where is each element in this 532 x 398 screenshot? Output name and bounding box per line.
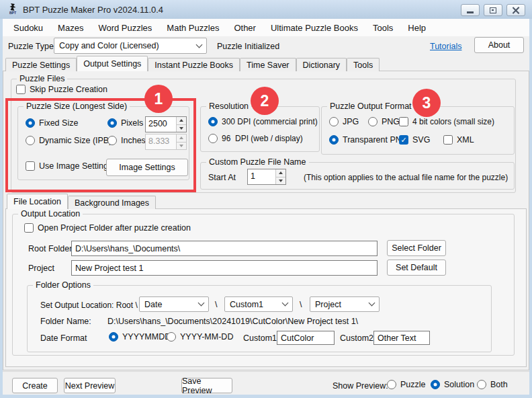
save-preview-button[interactable]: Save Preview [181,378,232,393]
pixels-radio[interactable] [107,118,117,128]
menu-item-help[interactable]: Help [400,20,433,36]
tutorials-link[interactable]: Tutorials [430,42,461,51]
yyyy-mm-dd-radio[interactable] [167,332,176,342]
tab-output-settings[interactable]: Output Settings [77,56,148,71]
svg-checkbox[interactable] [399,135,408,145]
inches-label: Inches [121,136,146,145]
yyyymmdd-option[interactable]: YYYYMMDD [109,332,171,342]
folder-level3-combobox[interactable]: Project [310,296,380,312]
open-project-folder-row[interactable]: Open Project Folder after puzzle creatio… [24,223,191,233]
preview-both-option[interactable]: Both [477,380,508,389]
jpg-radio[interactable] [329,117,339,126]
preview-both-radio[interactable] [477,380,486,389]
show-preview-label: Show Preview: [332,381,388,391]
tab-tools[interactable]: Tools [347,58,380,71]
pixels-spin-up[interactable] [177,117,186,124]
about-button[interactable]: About [474,37,524,53]
pixels-spin-down[interactable] [177,124,186,132]
fixed-size-radio[interactable] [26,118,35,128]
yyyy-mm-dd-option[interactable]: YYYY-MM-DD [167,332,233,342]
tab-puzzle-settings[interactable]: Puzzle Settings [5,58,77,71]
close-icon [512,6,520,14]
open-project-folder-checkbox[interactable] [24,223,34,233]
select-folder-button[interactable]: Select Folder [387,240,446,256]
xml-checkbox[interactable] [443,135,453,145]
menu-item-other[interactable]: Other [226,20,263,36]
maximize-button[interactable] [484,4,502,16]
transparent-png-option[interactable]: Transparent PNG [329,135,408,145]
close-button[interactable] [506,4,525,16]
tab-file-location[interactable]: File Location [7,194,68,209]
four-bit-colors-checkbox[interactable] [399,117,408,126]
output-format-group: Puzzle Output Format [321,106,515,155]
pixels-value: 2500 [146,117,176,132]
custom2-input[interactable] [373,331,430,345]
menu-item-word-puzzles[interactable]: Word Puzzles [91,20,159,36]
inches-option[interactable]: Inches [107,136,146,145]
menu-item-mazes[interactable]: Mazes [50,20,91,36]
dpi-300-radio[interactable] [208,117,218,126]
preview-puzzle-radio[interactable] [387,380,396,389]
xml-row[interactable]: XML [443,135,474,145]
tab-dictionary[interactable]: Dictionary [296,58,347,71]
folder-level1-combobox[interactable]: Date [139,296,209,312]
png-option[interactable]: PNG [368,117,400,126]
tab-instant-puzzle-books[interactable]: Instant Puzzle Books [148,58,240,71]
dynamic-size-label: Dynamic Size (IPB) [39,136,112,145]
create-button[interactable]: Create [12,378,58,393]
inches-radio[interactable] [107,136,117,145]
dynamic-size-radio[interactable] [26,136,35,145]
next-preview-button[interactable]: Next Preview [64,378,116,393]
dpi-300-option[interactable]: 300 DPI (commercial print) [208,117,318,126]
set-default-button[interactable]: Set Default [387,260,446,276]
dpi-96-radio[interactable] [208,134,218,143]
jpg-option[interactable]: JPG [329,117,359,126]
minimize-button[interactable] [461,4,480,16]
preview-puzzle-option[interactable]: Puzzle [387,380,426,389]
folder-level1-value: Date [144,300,162,309]
transparent-png-radio[interactable] [329,135,339,145]
skip-puzzle-creation-row[interactable]: Skip Puzzle Creation [16,85,107,94]
menu-item-ultimate-puzzle-books[interactable]: Ultimate Puzzle Books [263,20,365,36]
menu-item-math-puzzles[interactable]: Math Puzzles [159,20,226,36]
yyyymmdd-radio[interactable] [109,332,118,342]
dpi-96-option[interactable]: 96 DPI (web / display) [208,134,303,143]
use-image-settings-checkbox[interactable] [26,161,35,171]
dynamic-size-option[interactable]: Dynamic Size (IPB) [26,136,112,145]
custom2-label: Custom2: [340,333,376,343]
project-input[interactable] [71,260,378,276]
file-tab-strip: File Location Background Images [7,194,156,209]
png-radio[interactable] [368,117,378,126]
image-settings-button[interactable]: Image Settings [106,159,188,176]
start-at-spinner[interactable]: 1 [247,169,286,185]
four-bit-colors-row[interactable]: 4 bit colors (small size) [399,117,494,126]
skip-puzzle-creation-checkbox[interactable] [16,85,26,94]
puzzle-type-combobox[interactable]: Copy and Color (Licensed) [54,38,207,54]
pixels-option[interactable]: Pixels [107,118,143,128]
folder-level2-combobox[interactable]: Custom1 [224,296,293,312]
window-title: BPT Puzzle Maker Pro v2024.11.0.4 [23,5,163,15]
tab-background-images[interactable]: Background Images [68,196,156,209]
tab-time-saver[interactable]: Time Saver [240,58,296,71]
menu-item-tools[interactable]: Tools [365,20,400,36]
fixed-size-option[interactable]: Fixed Size [26,118,78,128]
set-output-location-label: Set Output Location: Root \ [40,301,138,310]
menu-item-sudoku[interactable]: Sudoku [6,20,50,36]
preview-solution-radio[interactable] [431,380,440,389]
start-at-label: Start At [208,173,236,182]
path-separator: \ [215,300,217,309]
pixels-spinner[interactable]: 2500 [145,116,187,132]
dpi-300-label: 300 DPI (commercial print) [222,117,318,126]
menu-bar: Sudoku Mazes Word Puzzles Math Puzzles O… [3,19,529,36]
start-at-spin-down[interactable] [276,177,285,185]
preview-solution-option[interactable]: Solution [431,380,474,389]
use-image-settings-row[interactable]: Use Image Settings [26,161,112,171]
chevron-down-icon [282,300,289,307]
start-at-spin-up[interactable] [276,169,285,177]
inches-spin-up [177,134,186,142]
yyyymmdd-label: YYYYMMDD [122,332,171,342]
start-at-value: 1 [248,169,275,184]
root-folder-input[interactable] [71,241,378,256]
custom1-input[interactable] [277,331,335,345]
svg-row[interactable]: SVG [399,135,430,145]
